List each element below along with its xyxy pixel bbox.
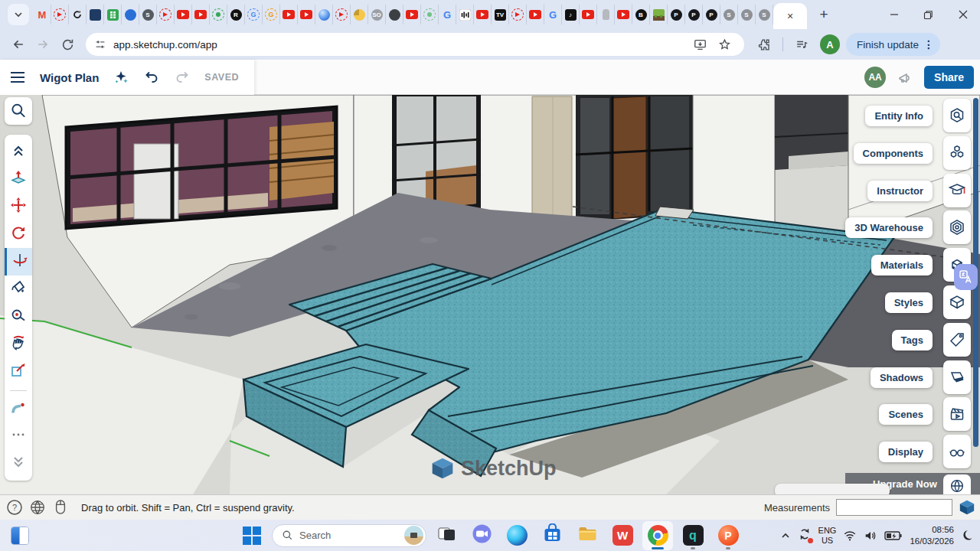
panel-button-tags[interactable] xyxy=(943,323,971,357)
bookmark-button[interactable] xyxy=(712,32,737,57)
browser-tab[interactable] xyxy=(280,5,298,24)
finish-update-button[interactable]: Finish update ⋮ xyxy=(846,33,940,56)
browser-tab[interactable]: S xyxy=(738,5,756,24)
site-settings-icon[interactable] xyxy=(93,37,107,51)
panel-card-globe[interactable] xyxy=(943,474,971,494)
wifi-icon[interactable] xyxy=(843,529,857,543)
back-button[interactable] xyxy=(6,32,31,57)
model-title[interactable]: Wigot Plan xyxy=(40,71,99,84)
panel-button-3d-warehouse[interactable] xyxy=(943,210,971,244)
browser-tab[interactable] xyxy=(580,5,597,24)
panel-button-scenes[interactable] xyxy=(943,397,971,431)
tab-search-button[interactable] xyxy=(8,4,29,25)
do-not-disturb-moon-icon[interactable] xyxy=(961,529,974,542)
tool-scale-box[interactable] xyxy=(5,358,32,386)
browser-tab[interactable] xyxy=(157,5,175,24)
browser-profile-avatar[interactable]: A xyxy=(820,34,840,54)
browser-tab[interactable] xyxy=(87,5,104,24)
browser-tab[interactable]: P xyxy=(668,5,685,24)
browser-tab[interactable]: S xyxy=(139,5,157,24)
language-button[interactable] xyxy=(26,499,49,516)
tool-more[interactable] xyxy=(5,422,32,450)
browser-tab[interactable]: SO xyxy=(368,5,386,24)
browser-tab[interactable] xyxy=(650,5,668,24)
browser-tab[interactable] xyxy=(615,5,632,24)
browser-tab[interactable] xyxy=(122,5,139,24)
browser-tab[interactable] xyxy=(421,5,439,24)
panel-button-shadows[interactable] xyxy=(943,360,971,394)
tool-tape-measure[interactable] xyxy=(5,303,32,331)
ai-sparkle-icon[interactable] xyxy=(113,69,129,86)
translate-extension-button[interactable] xyxy=(954,264,978,290)
browser-tab[interactable] xyxy=(51,5,69,24)
tool-push-pull[interactable] xyxy=(5,165,32,193)
browser-tab[interactable] xyxy=(403,5,421,24)
reload-button[interactable] xyxy=(55,32,80,57)
taskbar-app-edge[interactable] xyxy=(501,521,532,550)
browser-tab[interactable] xyxy=(351,5,368,24)
browser-tab[interactable] xyxy=(597,5,615,24)
browser-tab[interactable] xyxy=(210,5,227,24)
browser-tab[interactable] xyxy=(474,5,492,24)
browser-tab[interactable] xyxy=(192,5,210,24)
browser-tab[interactable] xyxy=(527,5,544,24)
tool-follow-me[interactable] xyxy=(5,248,32,276)
tray-chevron-icon[interactable] xyxy=(780,530,791,541)
model-viewport[interactable]: SketchUp Entity InfoComponentsInstructor… xyxy=(0,95,980,494)
active-tab[interactable]: × xyxy=(773,3,807,29)
browser-tab[interactable]: R xyxy=(227,5,245,24)
search-tool-button[interactable] xyxy=(5,97,32,125)
feedback-icon[interactable] xyxy=(897,69,913,86)
speaker-icon[interactable] xyxy=(864,529,877,543)
panel-button-styles[interactable] xyxy=(943,285,971,319)
update-pending-icon[interactable] xyxy=(798,527,812,544)
browser-tab[interactable]: G xyxy=(544,5,562,24)
tool-paint-bucket[interactable] xyxy=(5,276,32,303)
extensions-button[interactable] xyxy=(752,32,776,57)
taskbar-app-store[interactable] xyxy=(537,521,567,550)
tool-rotate[interactable] xyxy=(5,220,32,248)
language-indicator[interactable]: ENG US xyxy=(818,526,837,545)
minimize-button[interactable] xyxy=(877,0,911,29)
url-omnibox[interactable]: app.sketchup.com/app xyxy=(86,33,744,56)
browser-tab[interactable]: G xyxy=(263,5,280,24)
browser-tab[interactable] xyxy=(175,5,192,24)
browser-tab[interactable]: S xyxy=(756,5,773,24)
browser-tab[interactable]: P xyxy=(685,5,703,24)
browser-tab[interactable] xyxy=(386,5,403,24)
taskbar-app-chat[interactable] xyxy=(466,521,497,550)
panel-button-components[interactable] xyxy=(943,136,971,170)
taskbar-app-chrome[interactable] xyxy=(642,521,673,550)
redo-icon[interactable] xyxy=(174,69,191,86)
help-button[interactable]: ? xyxy=(3,499,26,516)
browser-tab[interactable]: S xyxy=(720,5,738,24)
browser-tab[interactable] xyxy=(104,5,122,24)
panel-button-entity-info[interactable] xyxy=(943,99,971,132)
measurements-input[interactable] xyxy=(836,499,952,516)
taskbar-app-wps-office[interactable]: W xyxy=(607,521,638,550)
close-tab-icon[interactable]: × xyxy=(787,10,793,22)
install-app-button[interactable] xyxy=(688,32,712,57)
taskbar-app-q-app[interactable]: q xyxy=(678,521,708,550)
tool-orbit-hand[interactable] xyxy=(5,331,32,358)
browser-tab[interactable] xyxy=(333,5,351,24)
mouse-hints-button[interactable] xyxy=(49,499,72,516)
browser-tab[interactable]: B xyxy=(632,5,650,24)
browser-tab[interactable]: P xyxy=(703,5,720,24)
playlist-button[interactable] xyxy=(789,32,814,57)
browser-tab[interactable] xyxy=(456,5,474,24)
tool-collapse-up[interactable] xyxy=(5,138,32,165)
share-button[interactable]: Share xyxy=(924,66,974,89)
battery-charging-icon[interactable] xyxy=(884,530,903,541)
start-button[interactable] xyxy=(237,521,267,550)
browser-tab[interactable] xyxy=(509,5,527,24)
tool-pipe[interactable] xyxy=(5,395,32,422)
browser-tab[interactable]: G xyxy=(245,5,263,24)
tool-move[interactable] xyxy=(5,193,32,220)
widgets-button[interactable] xyxy=(11,527,29,545)
taskbar-search[interactable]: Search xyxy=(272,524,426,547)
new-tab-button[interactable]: + xyxy=(813,4,835,25)
tool-collapse-down[interactable] xyxy=(5,450,32,478)
browser-tab[interactable]: TV xyxy=(492,5,509,24)
panel-button-display[interactable] xyxy=(943,435,971,468)
